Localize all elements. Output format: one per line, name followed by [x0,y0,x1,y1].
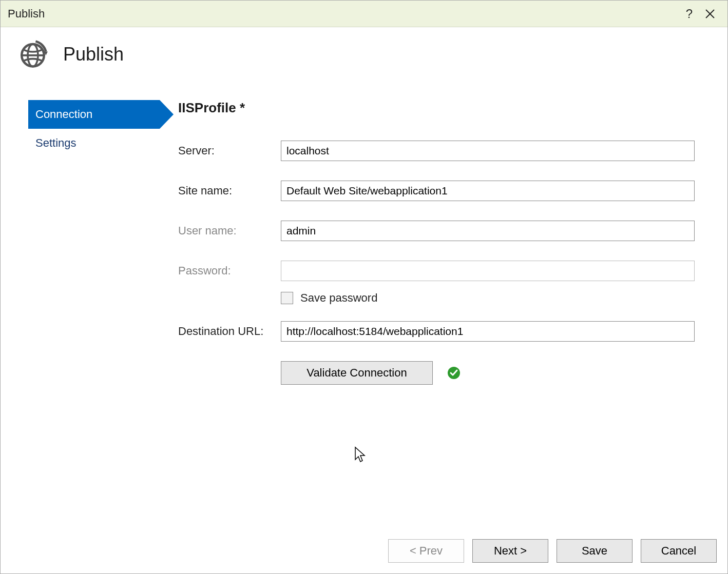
profile-title: IISProfile * [178,100,695,116]
dialog-footer: < Prev Next > Save Cancel [388,539,717,563]
username-input[interactable] [281,221,695,241]
validation-success-icon [447,366,461,380]
dialog-body: Connection Settings IISProfile * Server:… [1,80,727,385]
password-input[interactable] [281,261,695,281]
cancel-button[interactable]: Cancel [641,539,717,563]
window-title: Publish [8,7,679,21]
prev-button: < Prev [388,539,464,563]
publish-globe-icon [18,39,48,69]
username-row: User name: [178,221,695,241]
save-button[interactable]: Save [557,539,633,563]
server-input[interactable] [281,141,695,161]
close-button[interactable] [700,9,720,19]
sidebar-item-label: Settings [35,136,76,150]
server-row: Server: [178,141,695,161]
page-title: Publish [63,44,124,65]
sitename-label: Site name: [178,184,281,197]
save-password-row: Save password [281,291,695,305]
sitename-row: Site name: [178,181,695,201]
close-icon [705,9,715,19]
server-label: Server: [178,144,281,157]
sidebar: Connection Settings [28,100,178,385]
username-label: User name: [178,224,281,237]
save-password-label: Save password [300,291,377,305]
validate-connection-button[interactable]: Validate Connection [281,361,433,385]
destination-url-row: Destination URL: [178,321,695,342]
help-button[interactable]: ? [679,7,700,21]
dialog-header: Publish [1,27,727,80]
save-password-checkbox[interactable] [281,292,293,304]
titlebar: Publish ? [1,1,727,27]
password-label: Password: [178,264,281,278]
sitename-input[interactable] [281,181,695,201]
password-row: Password: [178,261,695,281]
sidebar-item-label: Connection [35,108,92,121]
sidebar-item-connection[interactable]: Connection [28,100,160,129]
main-panel: IISProfile * Server: Site name: User nam… [178,100,710,385]
destination-url-label: Destination URL: [178,325,281,338]
validate-row: Validate Connection [281,361,695,385]
sidebar-item-settings[interactable]: Settings [28,129,178,157]
cursor-icon [354,446,367,463]
next-button[interactable]: Next > [472,539,548,563]
destination-url-input[interactable] [281,321,695,342]
